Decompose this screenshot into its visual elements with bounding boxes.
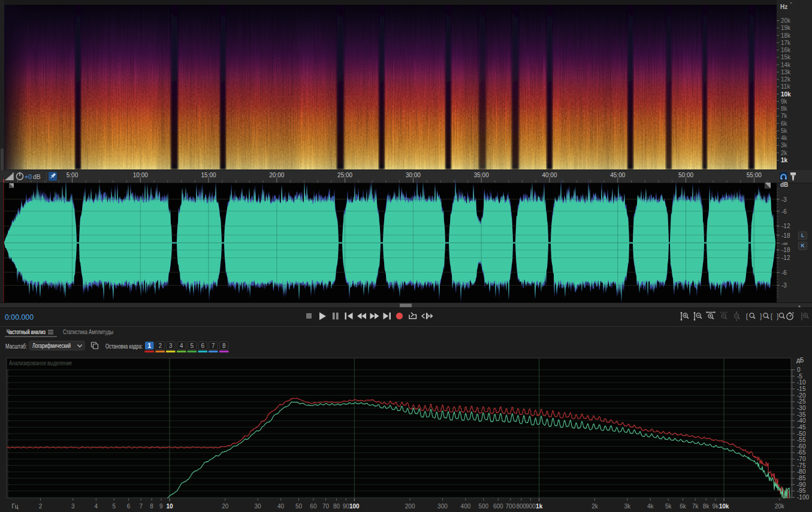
svg-text:+0: +0 [25, 173, 32, 180]
svg-text:19k: 19k [781, 25, 791, 31]
svg-text:Частотный анализ: Частотный анализ [7, 329, 46, 335]
svg-text:-70: -70 [797, 456, 806, 462]
svg-text:4: 4 [95, 503, 98, 510]
svg-text:L: L [801, 232, 804, 238]
svg-text:20k: 20k [775, 503, 785, 510]
svg-text:-30: -30 [797, 405, 806, 411]
svg-text:-95: -95 [797, 487, 806, 494]
svg-text:5k: 5k [665, 503, 672, 510]
svg-text:14k: 14k [781, 62, 791, 68]
svg-text:-40: -40 [797, 417, 806, 424]
svg-text:90: 90 [343, 503, 350, 510]
svg-text:❳: ❳ [757, 312, 763, 320]
svg-text:Логарифмический: Логарифмический [32, 343, 71, 349]
svg-text:Hz: Hz [780, 4, 787, 10]
svg-text:11k: 11k [781, 83, 790, 90]
svg-text:10:00: 10:00 [133, 172, 148, 178]
svg-text:-18: -18 [781, 232, 790, 239]
svg-text:-85: -85 [797, 475, 806, 481]
svg-text:35:00: 35:00 [474, 172, 489, 178]
svg-text:2k: 2k [591, 503, 599, 510]
svg-text:25:00: 25:00 [337, 172, 352, 178]
svg-text:9: 9 [159, 503, 163, 510]
svg-text:6: 6 [201, 343, 204, 349]
svg-text:30: 30 [255, 503, 262, 510]
svg-text:600: 600 [493, 503, 503, 510]
svg-text:-75: -75 [797, 462, 806, 469]
svg-text:45:00: 45:00 [610, 172, 625, 178]
svg-text:3: 3 [169, 343, 173, 349]
svg-text:13k: 13k [781, 69, 791, 75]
svg-text:40: 40 [277, 503, 285, 510]
svg-text:6: 6 [127, 503, 131, 510]
svg-text:50: 50 [295, 503, 303, 510]
svg-text:7: 7 [139, 503, 143, 510]
svg-text:20: 20 [222, 503, 229, 510]
svg-text:-12: -12 [781, 223, 790, 229]
svg-text:Анализированое выделение: Анализированое выделение [9, 360, 72, 366]
svg-text:3k: 3k [624, 503, 631, 510]
svg-text:8: 8 [150, 503, 153, 510]
svg-text:1k: 1k [781, 157, 788, 163]
svg-text:-45: -45 [797, 424, 806, 431]
svg-text:2: 2 [158, 343, 162, 349]
svg-text:1k: 1k [536, 503, 543, 510]
svg-text:10: 10 [166, 503, 173, 510]
svg-text:50:00: 50:00 [678, 172, 693, 178]
svg-text:300: 300 [437, 503, 448, 510]
svg-text:3: 3 [71, 503, 75, 510]
svg-text:-90: -90 [797, 481, 806, 488]
svg-text:5:00: 5:00 [67, 172, 79, 178]
svg-text:1: 1 [147, 343, 151, 349]
svg-text:70: 70 [322, 503, 330, 510]
svg-text:-35: -35 [797, 411, 806, 418]
svg-text:Остановка кадра:: Остановка кадра: [105, 343, 143, 350]
svg-text:-∞: -∞ [781, 240, 787, 247]
svg-text:❲: ❲ [744, 312, 750, 320]
svg-text:4k: 4k [781, 135, 788, 141]
svg-text:20:00: 20:00 [269, 172, 284, 178]
svg-text:-65: -65 [797, 449, 806, 456]
svg-text:-100: -100 [797, 494, 809, 501]
svg-text:5: 5 [112, 503, 116, 510]
svg-text:400: 400 [461, 503, 471, 510]
svg-text:Масштаб:: Масштаб: [5, 343, 27, 350]
svg-text:7k: 7k [692, 503, 699, 510]
svg-text:40:00: 40:00 [542, 172, 557, 178]
svg-text:Статистика Амплитуды: Статистика Амплитуды [63, 329, 113, 335]
svg-text:3k: 3k [781, 142, 788, 149]
svg-text:30:00: 30:00 [406, 172, 421, 178]
svg-text:15:00: 15:00 [201, 172, 216, 178]
svg-text:-50: -50 [797, 431, 806, 437]
svg-text:4k: 4k [647, 503, 654, 510]
svg-text:дБ: дБ [796, 357, 804, 363]
svg-text:100: 100 [349, 503, 360, 510]
svg-text:6k: 6k [781, 120, 788, 127]
svg-text:-20: -20 [797, 392, 806, 399]
svg-text:900: 900 [526, 503, 536, 510]
svg-text:17k: 17k [781, 40, 791, 46]
svg-text:-6: -6 [781, 208, 787, 215]
svg-text:Гц: Гц [11, 503, 18, 510]
svg-text:▲: ▲ [798, 304, 801, 308]
svg-text:K: K [801, 243, 805, 249]
svg-text:-55: -55 [797, 437, 806, 443]
svg-text:200: 200 [405, 503, 415, 510]
svg-text:-12: -12 [781, 255, 790, 261]
svg-text:-15: -15 [797, 386, 806, 392]
svg-text:-60: -60 [797, 443, 806, 450]
svg-text:dB: dB [780, 181, 788, 188]
svg-text:❲❳: ❲❳ [768, 312, 780, 320]
svg-text:10k: 10k [781, 91, 791, 98]
svg-text:800: 800 [516, 503, 526, 510]
svg-text:8k: 8k [703, 503, 710, 510]
svg-text:-5: -5 [797, 373, 802, 380]
svg-text:8k: 8k [781, 105, 788, 112]
svg-text:60: 60 [310, 503, 317, 510]
svg-text:80: 80 [333, 503, 340, 510]
svg-text:12k: 12k [781, 76, 791, 83]
svg-text:7: 7 [212, 343, 215, 349]
svg-text:9k: 9k [713, 503, 720, 510]
svg-text:20k: 20k [781, 17, 791, 24]
svg-text:700: 700 [506, 503, 516, 510]
